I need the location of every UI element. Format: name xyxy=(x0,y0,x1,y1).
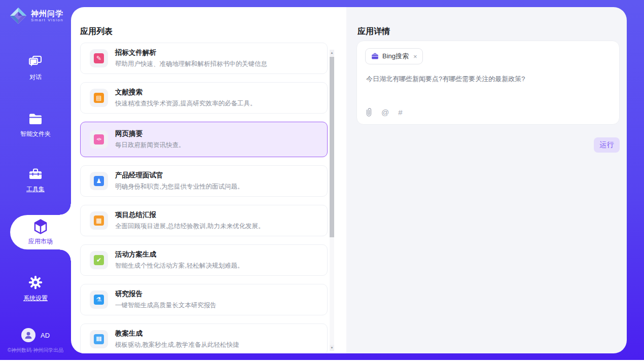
web-code-icon: </> xyxy=(90,130,108,149)
app-title: 教案生成 xyxy=(115,329,239,338)
sidebar-item-label: 应用市场 xyxy=(28,237,53,246)
sidebar-item-settings[interactable]: 系统设置 xyxy=(0,275,71,303)
app-card-project-summary[interactable]: ▦ 项目总结汇报 全面回顾项目进展,总结经验教训,助力未来优化发展。 xyxy=(80,205,328,236)
app-card-web-summary[interactable]: </> 网页摘要 每日政府新闻资讯快查。 xyxy=(80,122,328,157)
user-initials: AD xyxy=(41,332,50,339)
briefcase-icon xyxy=(371,53,379,60)
mention-icon[interactable]: @ xyxy=(381,108,389,117)
brand-logo: 神州问学 Smart Vision xyxy=(9,7,63,25)
diamond-logo-icon xyxy=(9,7,27,25)
clipboard-check-icon: ✔ xyxy=(90,251,108,269)
app-desc: 全面回顾项目进展,总结经验教训,助力未来优化发展。 xyxy=(115,222,264,231)
app-card-literature-search[interactable]: ▤ 文献搜索 快速精准查找学术资源,提高研究效率的必备工具。 xyxy=(80,82,328,114)
attachment-toolbar: @ # xyxy=(366,107,403,117)
app-title: 网页摘要 xyxy=(115,129,185,138)
scrollbar-down-arrow[interactable]: ▼ xyxy=(330,345,334,351)
sidebar-item-label: 系统设置 xyxy=(23,294,48,303)
main-content: 应用列表 ✎ 招标文件解析 帮助用户快速、准确地理解和解析招标书中的关键信息 ▤… xyxy=(71,7,627,353)
sidebar-item-label: 对话 xyxy=(29,73,42,82)
research-icon: ⚗ xyxy=(90,291,108,309)
brand-name: 神州问学 xyxy=(31,9,63,18)
app-title: 活动方案生成 xyxy=(115,250,243,259)
sidebar-item-smart-folder[interactable]: 智能文件夹 xyxy=(0,113,71,138)
sidebar-item-app-market[interactable]: 应用市场 xyxy=(10,215,71,249)
app-title: 项目总结汇报 xyxy=(115,210,264,220)
app-card-lesson-plan[interactable]: Ⅲ 教案生成 模板驱动,教案秒生成,教学准备从此轻松快捷 xyxy=(80,323,328,353)
books-icon: Ⅲ xyxy=(90,330,108,348)
edit-document-icon: ✎ xyxy=(90,49,108,67)
sidebar: 神州问学 Smart Vision 对话 xyxy=(0,0,71,360)
sidebar-item-toolset[interactable]: 工具集 xyxy=(0,167,71,194)
app-card-list: ✎ 招标文件解析 帮助用户快速、准确地理解和解析招标书中的关键信息 ▤ 文献搜索… xyxy=(80,43,328,353)
sidebar-item-label: 工具集 xyxy=(26,185,45,194)
interviewer-icon: ♟ xyxy=(90,172,108,190)
calendar-report-icon: ▦ xyxy=(90,211,108,230)
app-card-pm-interviewer[interactable]: ♟ 产品经理面试官 明确身份和职责,为您提供专业性的面试问题。 xyxy=(80,165,328,197)
active-tab-curve-bottom xyxy=(60,249,71,261)
folder-icon xyxy=(28,113,43,126)
app-desc: 帮助用户快速、准确地理解和解析招标书中的关键信息 xyxy=(115,60,267,68)
active-tab-curve-top xyxy=(60,204,71,215)
sidebar-item-chat[interactable]: 对话 xyxy=(0,55,71,82)
app-desc: 快速精准查找学术资源,提高研究效率的必备工具。 xyxy=(115,99,256,108)
run-button[interactable]: 运行 xyxy=(594,137,620,153)
tool-tag-label: Bing搜索 xyxy=(382,52,409,61)
list-scrollbar[interactable]: ▲ ▼ xyxy=(330,50,334,351)
app-desc: 每日政府新闻资讯快查。 xyxy=(115,141,185,150)
app-card-event-plan[interactable]: ✔ 活动方案生成 智能生成个性化活动方案,轻松解决规划难题。 xyxy=(80,244,328,276)
chat-icon xyxy=(28,55,43,69)
app-card-research-report[interactable]: ⚗ 研究报告 一键智能生成高质量长文本研究报告 xyxy=(80,284,328,315)
app-detail-title: 应用详情 xyxy=(357,26,390,37)
app-title: 招标文件解析 xyxy=(115,48,267,57)
book-icon: ▤ xyxy=(90,89,108,107)
app-desc: 明确身份和职责,为您提供专业性的面试问题。 xyxy=(115,183,243,191)
gear-icon xyxy=(28,275,43,290)
app-list-title: 应用列表 xyxy=(80,26,113,37)
app-card-bid-parse[interactable]: ✎ 招标文件解析 帮助用户快速、准确地理解和解析招标书中的关键信息 xyxy=(80,43,328,74)
copyright-text: ©神州数码·神州问学出品 xyxy=(0,347,71,354)
app-title: 研究报告 xyxy=(115,289,217,299)
app-desc: 模板驱动,教案秒生成,教学准备从此轻松快捷 xyxy=(115,341,239,349)
briefcase-icon xyxy=(28,167,43,181)
cube-icon xyxy=(33,219,48,235)
paperclip-icon[interactable] xyxy=(366,107,372,117)
scrollbar-up-arrow[interactable]: ▲ xyxy=(330,50,334,56)
prompt-input[interactable]: 今日湖北有哪些新闻要点?有哪些需要关注的最新政策? xyxy=(366,75,609,84)
tool-tag-bing-search[interactable]: Bing搜索 × xyxy=(365,48,423,64)
user-account[interactable]: AD xyxy=(0,328,71,342)
app-desc: 一键智能生成高质量长文本研究报告 xyxy=(115,301,217,310)
prompt-card: Bing搜索 × 今日湖北有哪些新闻要点?有哪些需要关注的最新政策? @ # xyxy=(356,41,620,125)
app-list-panel: 应用列表 ✎ 招标文件解析 帮助用户快速、准确地理解和解析招标书中的关键信息 ▤… xyxy=(71,7,346,353)
scrollbar-thumb[interactable] xyxy=(330,57,334,237)
app-detail-panel: 应用详情 Bing搜索 × 今日湖北有哪些新闻要点?有哪些需要关注的最新政策? xyxy=(346,7,627,353)
close-icon[interactable]: × xyxy=(413,53,417,60)
brand-subtitle: Smart Vision xyxy=(31,18,63,22)
hash-icon[interactable]: # xyxy=(398,108,402,117)
avatar xyxy=(21,328,35,342)
app-title: 文献搜索 xyxy=(115,88,256,97)
sidebar-item-label: 智能文件夹 xyxy=(20,130,51,138)
app-desc: 智能生成个性化活动方案,轻松解决规划难题。 xyxy=(115,262,243,270)
app-title: 产品经理面试官 xyxy=(115,171,243,180)
app-frame: 神州问学 Smart Vision 对话 xyxy=(0,0,644,360)
